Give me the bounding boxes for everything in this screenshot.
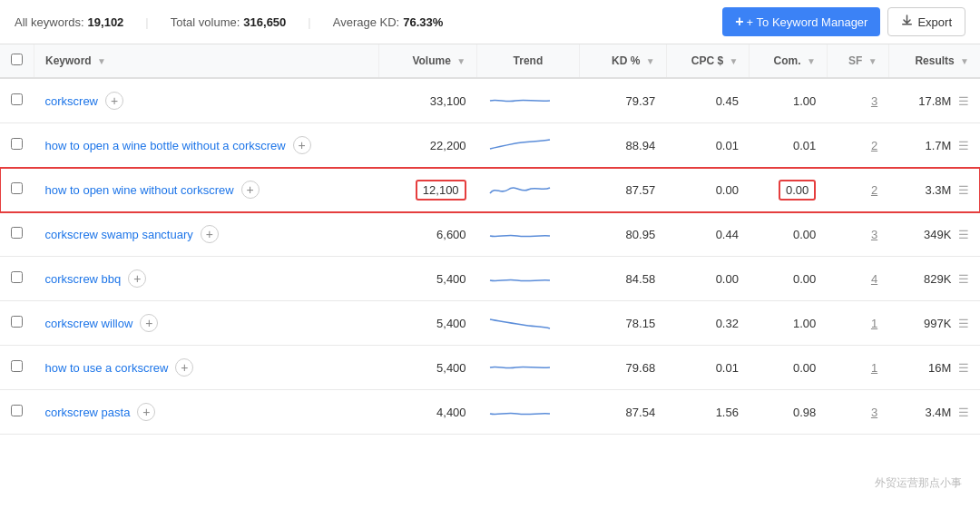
keyword-row-content: corkscrew willow + — [45, 314, 368, 332]
table-row: how to open a wine bottle without a cork… — [0, 123, 980, 168]
avg-kd-value: 76.33% — [403, 15, 443, 29]
results-cell: 3.4M ☰ — [888, 390, 980, 435]
results-details-icon[interactable]: ☰ — [958, 406, 969, 419]
results-details-icon[interactable]: ☰ — [958, 183, 969, 197]
highlighted-com: 0.00 — [779, 180, 816, 201]
results-details-icon[interactable]: ☰ — [958, 317, 969, 330]
keyword-table-wrapper: Keyword ▼ Volume ▼ Trend KD % ▼ CPC $ ▼ … — [0, 44, 980, 435]
results-details-icon[interactable]: ☰ — [958, 361, 969, 375]
results-cell: 17.8M ☰ — [888, 78, 980, 123]
th-com[interactable]: Com. ▼ — [750, 44, 827, 78]
add-keyword-button[interactable]: + — [201, 225, 219, 243]
kd-cell: 78.15 — [579, 301, 666, 346]
cpc-cell: 0.01 — [666, 123, 750, 168]
row-checkbox[interactable] — [11, 405, 23, 416]
results-value: 1.7M — [925, 139, 951, 152]
add-keyword-button[interactable]: + — [293, 136, 311, 154]
keyword-manager-button[interactable]: + + To Keyword Manager — [722, 7, 880, 36]
sf-value: 2 — [871, 139, 877, 152]
keyword-link[interactable]: corkscrew pasta — [45, 406, 131, 419]
results-value: 349K — [924, 228, 951, 241]
com-cell: 0.00 — [750, 346, 827, 390]
total-volume-value: 316,650 — [243, 15, 286, 29]
volume-value: 5,400 — [436, 272, 466, 286]
cpc-value: 0.00 — [716, 183, 739, 197]
results-value: 16M — [928, 361, 951, 375]
results-details-icon[interactable]: ☰ — [958, 228, 969, 241]
row-checkbox[interactable] — [11, 182, 23, 194]
cpc-cell: 0.32 — [666, 301, 750, 346]
volume-value: 5,400 — [436, 361, 466, 375]
cpc-sort-icon: ▼ — [730, 56, 739, 66]
volume-value: 33,100 — [430, 94, 466, 108]
kd-cell: 84.58 — [579, 257, 666, 301]
top-bar-actions: + + To Keyword Manager Export — [722, 7, 965, 36]
th-kd[interactable]: KD % ▼ — [579, 44, 666, 78]
th-checkbox — [0, 44, 34, 78]
sf-value: 3 — [871, 228, 877, 241]
cpc-cell: 0.00 — [666, 168, 750, 212]
sf-cell: 3 — [827, 212, 888, 257]
row-checkbox[interactable] — [11, 271, 23, 283]
keyword-link[interactable]: how to open a wine bottle without a cork… — [45, 139, 286, 152]
com-cell: 0.98 — [750, 390, 827, 435]
table-row: corkscrew pasta + 4,400 87.54 1.56 0.98 … — [0, 390, 980, 435]
row-checkbox[interactable] — [11, 93, 23, 105]
volume-cell: 4,400 — [379, 390, 477, 435]
volume-cell: 12,100 — [379, 168, 477, 212]
volume-cell: 5,400 — [379, 346, 477, 390]
th-volume[interactable]: Volume ▼ — [379, 44, 477, 78]
results-details-icon[interactable]: ☰ — [958, 272, 969, 286]
add-keyword-button[interactable]: + — [128, 269, 146, 288]
row-checkbox-cell — [0, 346, 34, 390]
add-keyword-button[interactable]: + — [137, 403, 155, 421]
com-cell: 0.00 — [750, 212, 827, 257]
keyword-link[interactable]: how to open wine without corkscrew — [45, 183, 234, 197]
com-value: 0.00 — [793, 361, 816, 375]
row-checkbox[interactable] — [11, 360, 23, 372]
volume-value: 6,600 — [436, 228, 466, 241]
keyword-link[interactable]: corkscrew swamp sanctuary — [45, 228, 193, 241]
sf-cell: 1 — [827, 346, 888, 390]
sf-cell: 3 — [827, 390, 888, 435]
select-all-checkbox[interactable] — [11, 54, 23, 65]
keyword-link[interactable]: corkscrew willow — [45, 317, 133, 330]
keyword-link[interactable]: corkscrew bbq — [45, 272, 122, 286]
th-results[interactable]: Results ▼ — [888, 44, 980, 78]
keyword-cell: corkscrew swamp sanctuary + — [34, 212, 379, 257]
row-checkbox[interactable] — [11, 316, 23, 328]
th-keyword[interactable]: Keyword ▼ — [34, 44, 379, 78]
th-cpc[interactable]: CPC $ ▼ — [666, 44, 750, 78]
keyword-row-content: corkscrew pasta + — [45, 403, 368, 421]
add-keyword-button[interactable]: + — [175, 358, 193, 377]
export-button[interactable]: Export — [887, 7, 965, 36]
keyword-link[interactable]: corkscrew — [45, 94, 99, 108]
add-keyword-button[interactable]: + — [140, 314, 158, 332]
kd-value: 88.94 — [626, 139, 656, 152]
add-keyword-button[interactable]: + — [105, 92, 123, 110]
kd-value: 78.15 — [626, 317, 656, 330]
kd-sort-icon: ▼ — [646, 56, 655, 66]
keyword-row-content: how to open a wine bottle without a cork… — [45, 136, 368, 154]
kd-value: 79.37 — [626, 94, 656, 108]
all-keywords-value: 19,102 — [88, 15, 124, 29]
row-checkbox[interactable] — [11, 227, 23, 239]
keyword-link[interactable]: how to use a corkscrew — [45, 361, 169, 375]
com-value: 1.00 — [793, 94, 816, 108]
kd-value: 87.54 — [626, 406, 656, 419]
add-keyword-button[interactable]: + — [241, 181, 260, 199]
results-details-icon[interactable]: ☰ — [958, 94, 969, 108]
kd-cell: 79.68 — [579, 346, 666, 390]
results-cell: 1.7M ☰ — [888, 123, 980, 168]
sf-cell: 3 — [827, 78, 888, 123]
results-cell: 16M ☰ — [888, 346, 980, 390]
total-volume-label: Total volume: — [171, 15, 240, 29]
table-row: corkscrew + 33,100 79.37 0.45 1.00 3 17.… — [0, 78, 980, 123]
cpc-value: 0.32 — [716, 317, 739, 330]
row-checkbox[interactable] — [11, 138, 23, 150]
volume-cell: 33,100 — [379, 78, 477, 123]
results-details-icon[interactable]: ☰ — [958, 139, 969, 152]
row-checkbox-cell — [0, 168, 34, 212]
th-sf[interactable]: SF ▼ — [827, 44, 888, 78]
plus-icon: + — [735, 14, 743, 30]
